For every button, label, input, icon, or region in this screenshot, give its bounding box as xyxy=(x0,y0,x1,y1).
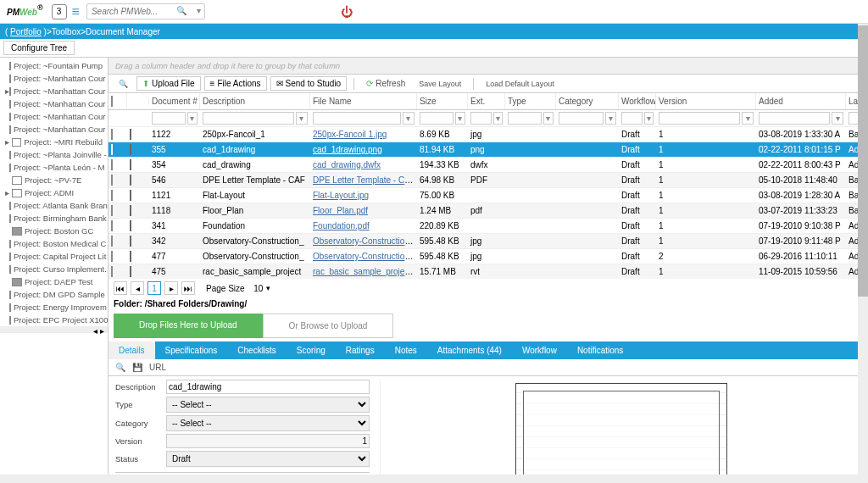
file-actions-button[interactable]: ≡File Actions xyxy=(204,76,267,91)
sidebar-item[interactable]: Project: ~Manhattan Cour xyxy=(0,123,108,136)
sidebar-item[interactable]: Project: Boston GC xyxy=(0,225,108,237)
zoom-icon[interactable]: 🔍 xyxy=(114,78,133,90)
sidebar-item[interactable]: Project: ~Manhattan Cour xyxy=(0,72,108,85)
filter-input[interactable] xyxy=(470,112,492,125)
sidebar-item[interactable]: Project: ~Planta Joinville - xyxy=(0,148,108,161)
detail-search-icon[interactable]: 🔍 xyxy=(115,363,125,372)
column-header[interactable]: Ext. xyxy=(468,93,505,109)
column-header[interactable]: Category xyxy=(556,93,619,109)
column-header[interactable] xyxy=(127,98,149,105)
sidebar-item[interactable]: Project: ADMI xyxy=(0,186,108,199)
type-select[interactable]: -- Select -- xyxy=(166,397,370,413)
column-header[interactable]: Size xyxy=(417,93,468,109)
breadcrumb-portfolio[interactable]: Portfolio xyxy=(10,27,42,36)
filter-input[interactable] xyxy=(759,112,830,125)
upload-file-button[interactable]: ⬆Upload File xyxy=(136,76,201,91)
sidebar-scrollbar[interactable]: ◂ ▸ xyxy=(0,326,108,333)
column-header[interactable]: Added xyxy=(756,93,846,109)
chevron-down-icon[interactable]: ▾ xyxy=(197,6,201,15)
table-row[interactable]: 546DPE Letter Template - CAFDPE Letter T… xyxy=(108,172,868,187)
sidebar-item[interactable]: Project: ~MRI Rebuild xyxy=(0,136,108,148)
table-row[interactable]: 475rac_basic_sample_projectrac_basic_sam… xyxy=(108,264,868,279)
filter-icon[interactable]: ▾ xyxy=(187,112,198,125)
power-icon[interactable]: ⏻ xyxy=(341,5,353,19)
sidebar-item[interactable]: Project: DM GPD Sample xyxy=(0,288,108,301)
filter-input[interactable] xyxy=(420,112,453,125)
filter-input[interactable] xyxy=(203,112,294,125)
column-header[interactable]: Document # xyxy=(149,93,200,109)
sidebar-item[interactable]: Project: ~Manhattan Cour xyxy=(0,110,108,123)
page-next[interactable]: ▸ xyxy=(164,281,178,295)
menu-icon[interactable]: ≡ xyxy=(72,4,80,19)
sidebar-item[interactable]: Project: Birmingham Bank xyxy=(0,212,108,225)
tab-scoring[interactable]: Scoring xyxy=(287,341,336,359)
load-layout-button[interactable]: Load Default Layout xyxy=(481,78,559,90)
sidebar-item[interactable]: Project: Boston Medical C xyxy=(0,237,108,250)
filter-input[interactable] xyxy=(621,112,643,125)
column-header[interactable]: File Name xyxy=(310,93,417,109)
sidebar-item[interactable]: Project: ~Fountain Pump xyxy=(0,59,108,72)
detail-save-icon[interactable]: 💾 xyxy=(132,363,142,372)
save-layout-button[interactable]: Save Layout xyxy=(414,78,466,90)
drop-zone[interactable]: Drop Files Here to Upload xyxy=(114,314,263,338)
sidebar-item[interactable]: Project: ~PV-7E xyxy=(0,174,108,186)
configure-tree-button[interactable]: Configure Tree xyxy=(3,41,75,55)
filter-icon[interactable]: ▾ xyxy=(455,112,465,125)
page-size[interactable]: 10 xyxy=(253,284,263,293)
category-select[interactable]: -- Select -- xyxy=(166,415,370,431)
table-row[interactable]: 1121Flat-LayoutFlat-Layout.jpg75.00 KBDr… xyxy=(108,187,868,203)
filter-input[interactable] xyxy=(508,112,542,125)
filter-icon[interactable]: ▾ xyxy=(605,112,616,125)
column-header[interactable] xyxy=(108,93,127,109)
refresh-button[interactable]: ⟳Refresh xyxy=(361,77,410,90)
filter-icon[interactable]: ▾ xyxy=(742,112,754,125)
filter-icon[interactable]: ▾ xyxy=(403,112,415,125)
tab-notes[interactable]: Notes xyxy=(385,341,427,359)
tab-notifications[interactable]: Notifications xyxy=(567,341,633,359)
column-header[interactable]: Version xyxy=(656,93,756,109)
version-field[interactable] xyxy=(166,434,370,448)
filter-input[interactable] xyxy=(559,112,604,125)
tab-specifications[interactable]: Specifications xyxy=(155,341,228,359)
sidebar-item[interactable]: Project: EPC Project X1000 xyxy=(0,314,108,326)
page-current[interactable]: 1 xyxy=(147,281,161,295)
table-row[interactable]: 1118Floor_PlanFloor_Plan.pdf1.24 MBpdfDr… xyxy=(108,203,868,218)
description-field[interactable] xyxy=(166,380,370,394)
send-to-studio-button[interactable]: ✉Send to Studio xyxy=(270,76,348,91)
sidebar-item[interactable]: Project: ~Manhattan Cour xyxy=(0,97,108,110)
column-header[interactable]: Type xyxy=(505,93,556,109)
tab-details[interactable]: Details xyxy=(108,341,155,359)
tab-checklists[interactable]: Checklists xyxy=(227,341,287,359)
sidebar-item[interactable]: Project: ~Planta León - M xyxy=(0,161,108,174)
horizontal-scrollbar[interactable] xyxy=(0,475,858,483)
filter-input[interactable] xyxy=(659,112,740,125)
filter-icon[interactable]: ▾ xyxy=(543,112,554,125)
filter-icon[interactable]: ▾ xyxy=(832,112,843,125)
page-prev[interactable]: ◂ xyxy=(131,281,144,295)
table-row[interactable]: 342Observatory-Construction_Observatory-… xyxy=(108,233,868,248)
tab-attachments-[interactable]: Attachments (44) xyxy=(427,341,512,359)
sidebar-item[interactable]: Project: DAEP Test xyxy=(0,275,108,288)
filter-icon[interactable]: ▾ xyxy=(493,112,503,125)
column-header[interactable]: Workflow Status xyxy=(619,93,656,109)
column-header[interactable]: Description xyxy=(200,93,310,109)
vertical-scrollbar[interactable] xyxy=(858,24,868,483)
sidebar-item[interactable]: Project: Atlanta Bank Bran xyxy=(0,199,108,212)
browse-button[interactable]: Or Browse to Upload xyxy=(263,314,394,338)
search-icon[interactable]: 🔍 xyxy=(176,6,186,15)
table-row[interactable]: 1122250px-Fancoil_1250px-Fancoil 1.jpg8.… xyxy=(108,126,868,142)
status-select[interactable]: Draft xyxy=(166,451,370,467)
table-row[interactable]: 341FoundationFoundation.pdf220.89 KBDraf… xyxy=(108,218,868,233)
filter-input[interactable] xyxy=(152,112,186,125)
table-row[interactable]: 477Observatory-Construction_Observatory-… xyxy=(108,248,868,264)
sidebar-item[interactable]: Project: Energy Improvem xyxy=(0,301,108,314)
page-last[interactable]: ⏭ xyxy=(181,281,195,295)
table-row[interactable]: 355cad_1drawingcad_1drawing.png81.94 KBp… xyxy=(108,142,868,157)
filter-input[interactable] xyxy=(313,112,401,125)
filter-icon[interactable]: ▾ xyxy=(644,112,654,125)
sidebar-item[interactable]: Project: ~Manhattan Cour xyxy=(0,85,108,97)
shield-icon[interactable]: 3 xyxy=(52,4,67,19)
tab-workflow[interactable]: Workflow xyxy=(512,341,567,359)
tab-ratings[interactable]: Ratings xyxy=(336,341,385,359)
sidebar-item[interactable]: Project: Curso Implement. xyxy=(0,263,108,275)
